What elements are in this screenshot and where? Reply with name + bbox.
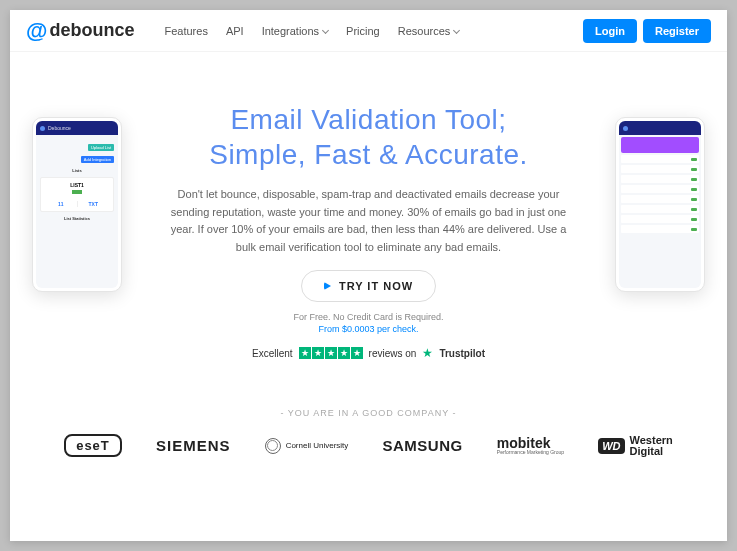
logo-samsung: SAMSUNG bbox=[382, 437, 462, 454]
chevron-down-icon bbox=[322, 26, 329, 33]
hero-section: Debounce Upload List Add Integration Lis… bbox=[10, 52, 727, 378]
chevron-down-icon bbox=[453, 26, 460, 33]
company-heading: - YOU ARE IN A GOOD COMPANY - bbox=[10, 408, 727, 418]
company-logos: eseT SIEMENS Cornell University SAMSUNG … bbox=[10, 434, 727, 457]
logo-cornell: Cornell University bbox=[265, 438, 349, 454]
phone-mockup-left: Debounce Upload List Add Integration Lis… bbox=[32, 117, 122, 292]
cornell-seal-icon bbox=[265, 438, 281, 454]
trust-brand: Trustpilot bbox=[439, 348, 485, 359]
phone-mockup-right bbox=[615, 117, 705, 292]
logo-siemens: SIEMENS bbox=[156, 437, 231, 454]
logo-text: debounce bbox=[49, 20, 134, 41]
nav-integrations[interactable]: Integrations bbox=[262, 25, 328, 37]
logo[interactable]: @ debounce bbox=[26, 18, 134, 44]
nav-features[interactable]: Features bbox=[164, 25, 207, 37]
company-section: - YOU ARE IN A GOOD COMPANY - eseT SIEME… bbox=[10, 408, 727, 457]
header: @ debounce Features API Integrations Pri… bbox=[10, 10, 727, 52]
trust-suffix: reviews on bbox=[369, 348, 417, 359]
trustpilot-rating[interactable]: Excellent ★★★★★ reviews on ★ Trustpilot bbox=[10, 346, 727, 360]
main-nav: Features API Integrations Pricing Resour… bbox=[164, 25, 459, 37]
login-button[interactable]: Login bbox=[583, 19, 637, 43]
register-button[interactable]: Register bbox=[643, 19, 711, 43]
stars-icon: ★★★★★ bbox=[299, 347, 363, 359]
trust-prefix: Excellent bbox=[252, 348, 293, 359]
logo-mobitek: mobitek Performance Marketing Group bbox=[497, 437, 564, 454]
try-it-now-button[interactable]: TRY IT NOW bbox=[301, 270, 436, 302]
nav-pricing[interactable]: Pricing bbox=[346, 25, 380, 37]
logo-at-icon: @ bbox=[26, 18, 47, 44]
nav-api[interactable]: API bbox=[226, 25, 244, 37]
nav-resources[interactable]: Resources bbox=[398, 25, 460, 37]
logo-western-digital: WD WesternDigital bbox=[598, 435, 673, 456]
hero-description: Don't let bounce, disposable, spam-trap … bbox=[169, 186, 569, 256]
logo-eset: eseT bbox=[64, 434, 122, 457]
cta-subtext-price: From $0.0003 per check. bbox=[10, 324, 727, 334]
play-icon bbox=[324, 282, 331, 290]
trustpilot-star-icon: ★ bbox=[422, 346, 433, 360]
cta-subtext-free: For Free. No Credit Card is Required. bbox=[10, 312, 727, 322]
